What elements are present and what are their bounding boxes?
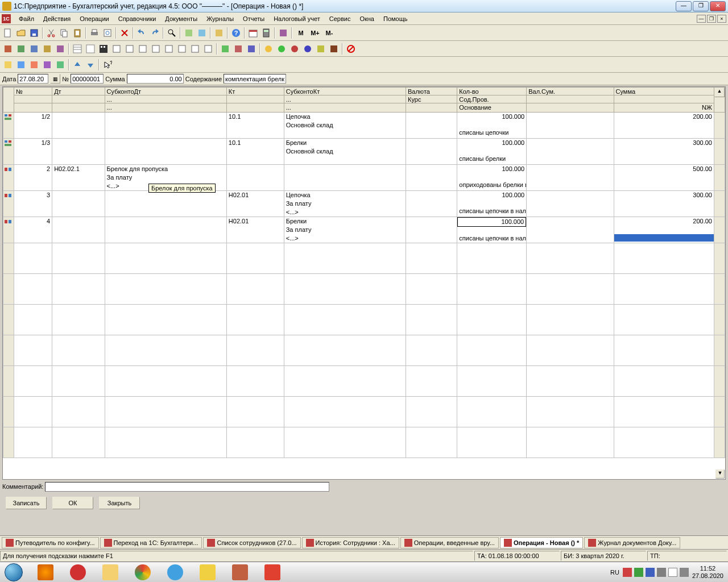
tb2-icon[interactable] <box>176 43 188 55</box>
start-button[interactable] <box>0 562 27 583</box>
tb3-icon[interactable] <box>54 59 67 71</box>
tray-icon[interactable] <box>634 568 643 577</box>
col-subkt[interactable]: СубконтоКт...... <box>284 88 406 113</box>
date-input[interactable] <box>18 74 48 84</box>
save-button[interactable]: Записать <box>6 497 47 509</box>
redo-icon[interactable] <box>148 27 161 39</box>
maximize-button[interactable]: ❐ <box>693 1 709 11</box>
menu-actions[interactable]: Действия <box>39 14 75 23</box>
tb2-icon[interactable] <box>262 43 275 55</box>
col-sum[interactable]: Сумма NЖ <box>614 88 714 113</box>
table-row[interactable]: 1/310.1БрелкиОсновной склад100.000списан… <box>3 139 725 165</box>
table-row[interactable]: 3Н02.01ЦепочкаЗа плату<...>100.000списан… <box>3 191 725 217</box>
menu-service[interactable]: Сервис <box>325 14 355 23</box>
arrow-down-icon[interactable] <box>84 59 97 71</box>
window-tab[interactable]: Операция - Новая () * <box>500 537 583 548</box>
tb2-icon[interactable] <box>41 43 53 55</box>
copy-icon[interactable] <box>58 27 71 39</box>
tray-flag-icon[interactable] <box>668 568 677 577</box>
task-app1[interactable] <box>224 563 256 582</box>
save-icon[interactable] <box>28 27 40 39</box>
tb2-icon[interactable] <box>2 43 14 55</box>
table-row[interactable]: 4Н02.01БрелкиЗа плату<...>100.000списаны… <box>3 217 725 243</box>
calendar-icon[interactable] <box>247 27 259 39</box>
tb2-icon[interactable] <box>15 43 27 55</box>
paste-icon[interactable] <box>71 27 84 39</box>
menu-reports[interactable]: Отчеты <box>238 14 269 23</box>
help-cursor-icon[interactable]: ? <box>101 59 114 71</box>
tb2-icon[interactable] <box>219 43 231 55</box>
table-row[interactable] <box>3 366 725 397</box>
tb3-icon[interactable] <box>41 59 53 71</box>
mdi-close[interactable]: × <box>717 15 726 23</box>
tb2-icon[interactable] <box>28 43 40 55</box>
menu-help[interactable]: Помощь <box>379 14 412 23</box>
undo-icon[interactable] <box>135 27 148 39</box>
arrow-up-icon[interactable] <box>71 59 84 71</box>
col-num[interactable]: № <box>14 88 52 113</box>
table-row[interactable]: 2Н02.02.1Брелок для пропускаЗа плату<...… <box>3 165 725 191</box>
minimize-button[interactable]: — <box>676 1 692 11</box>
table-row[interactable] <box>3 335 725 366</box>
mdi-minimize[interactable]: — <box>697 15 706 23</box>
preview-icon[interactable] <box>101 27 114 39</box>
date-picker-button[interactable]: ▦ <box>50 74 60 84</box>
window-tab[interactable]: Операции, введенные вру... <box>400 537 499 548</box>
mdi-restore[interactable]: ❐ <box>707 15 716 23</box>
mplus-button[interactable]: M+ <box>308 27 322 39</box>
col-kolvo[interactable]: Кол-воСод.Пров.Основание <box>457 88 527 113</box>
mminus-button[interactable]: M- <box>322 27 336 39</box>
table-row[interactable] <box>3 397 725 427</box>
task-mediaplayer[interactable] <box>30 563 61 582</box>
col-subdt[interactable]: СубконтоДт...... <box>105 88 226 113</box>
menu-documents[interactable]: Документы <box>160 14 202 23</box>
tb2-icon[interactable] <box>202 43 214 55</box>
col-marker[interactable] <box>3 88 14 113</box>
content-input[interactable] <box>224 74 286 84</box>
tb2-icon[interactable] <box>245 43 258 55</box>
comment-input[interactable] <box>45 482 329 492</box>
task-1c[interactable] <box>192 563 224 582</box>
window-tab[interactable]: История: Сотрудники : Ха... <box>302 537 399 548</box>
tb2-icon[interactable] <box>150 43 162 55</box>
tb2-icon[interactable] <box>275 43 288 55</box>
window-tab[interactable]: Журнал документов Доку... <box>584 537 680 548</box>
num-input[interactable] <box>71 74 104 84</box>
col-dt[interactable]: Дт <box>52 88 105 113</box>
task-explorer[interactable] <box>94 563 126 582</box>
tb3-icon[interactable] <box>2 59 14 71</box>
task-chrome[interactable] <box>127 563 159 582</box>
calc-icon[interactable] <box>260 27 272 39</box>
open-icon[interactable] <box>15 27 27 39</box>
window-tab[interactable]: Список сотрудников (27.0... <box>203 537 300 548</box>
tray-volume-icon[interactable] <box>680 568 689 577</box>
tray-clock[interactable]: 11:52 27.08.2020 <box>692 565 723 580</box>
print-icon[interactable] <box>88 27 101 39</box>
tb2-icon[interactable] <box>136 43 149 55</box>
tb3-icon[interactable] <box>28 59 40 71</box>
col-val[interactable]: ВалютаКурс <box>406 88 457 113</box>
ok-button[interactable]: ОК <box>52 497 93 509</box>
help-icon[interactable]: ? <box>230 27 242 39</box>
tray-icon[interactable] <box>623 568 632 577</box>
window-tab[interactable]: Переход на 1С: Бухгалтери... <box>100 537 202 548</box>
tb2-icon[interactable] <box>189 43 201 55</box>
cut-icon[interactable] <box>45 27 57 39</box>
menu-operations[interactable]: Операции <box>75 14 113 23</box>
task-ie[interactable] <box>159 563 191 582</box>
m-button[interactable]: M <box>294 27 308 39</box>
tb3-icon[interactable] <box>15 59 27 71</box>
tb2-icon[interactable] <box>123 43 136 55</box>
scroll-down[interactable]: ▼ <box>715 469 725 479</box>
table-row[interactable]: 1/210.1ЦепочкаОсновной склад100.000списа… <box>3 113 725 139</box>
menu-journals[interactable]: Журналы <box>202 14 238 23</box>
book-icon[interactable] <box>277 27 289 39</box>
col-valsum[interactable]: Вал.Сум. <box>527 88 614 113</box>
close-button[interactable]: Закрыть <box>99 497 140 509</box>
stop-icon[interactable] <box>345 43 357 55</box>
task-anydesk[interactable] <box>257 563 288 582</box>
table-row[interactable] <box>3 305 725 335</box>
close-button[interactable]: ✕ <box>710 1 726 11</box>
window-tab[interactable]: Путеводитель по конфигу... <box>2 537 99 548</box>
menu-references[interactable]: Справочники <box>114 14 161 23</box>
